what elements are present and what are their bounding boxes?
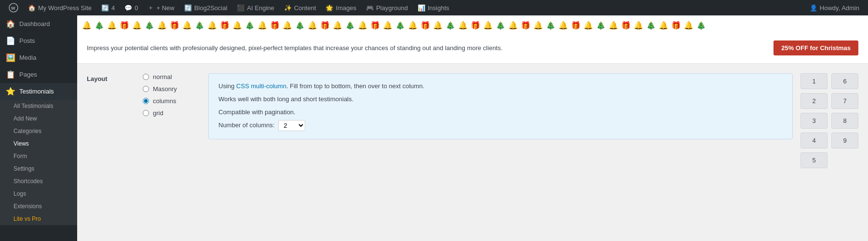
- decoration-icon: 🎁: [220, 21, 230, 30]
- col-num-7[interactable]: 7: [831, 93, 858, 109]
- christmas-banner: 🔔 🎄 🔔 🎁 🔔 🎄 🔔 🎁 🔔 🎄 🔔 🎁 🔔 🎄 🔔 🎁 🔔 🎄 🔔: [77, 15, 868, 64]
- col-num-6[interactable]: 6: [831, 73, 858, 89]
- submenu-settings[interactable]: Settings: [0, 162, 77, 175]
- sidebar-item-testimonials[interactable]: ⭐ Testimonials: [0, 83, 77, 100]
- decoration-icon: 🔔: [383, 21, 393, 30]
- updates-button[interactable]: 🔄 4: [96, 0, 120, 15]
- description-line2: Works well with both long and short test…: [218, 94, 783, 105]
- decoration-icon: 🎁: [320, 21, 330, 30]
- radio-grid-input[interactable]: [143, 110, 149, 116]
- sidebar: 🏠 Dashboard 📄 Posts 🖼️ Media 📋 Pages ⭐ T…: [0, 15, 77, 241]
- submenu-add-new[interactable]: Add New: [0, 112, 77, 125]
- radio-columns-input[interactable]: [143, 98, 149, 104]
- css-multicolumn-link[interactable]: CSS multi-column: [236, 82, 286, 90]
- wordpress-icon: W: [9, 3, 18, 13]
- updates-icon: 🔄: [101, 4, 109, 12]
- submenu-logs[interactable]: Logs: [0, 187, 77, 200]
- comments-icon: 💬: [124, 4, 132, 12]
- sidebar-item-posts[interactable]: 📄 Posts: [0, 32, 77, 49]
- decoration-icon: 🔔: [483, 21, 493, 30]
- posts-icon: 📄: [6, 36, 15, 45]
- wp-wrapper: 🏠 Dashboard 📄 Posts 🖼️ Media 📋 Pages ⭐ T…: [0, 15, 868, 241]
- submenu-views[interactable]: Views: [0, 137, 77, 150]
- columns-select[interactable]: 1 2 3 4 5 6: [278, 120, 305, 131]
- blog2social-icon: 🔄: [184, 4, 192, 12]
- ai-engine-button[interactable]: ⬛ AI Engine: [232, 0, 279, 15]
- decoration-icon: 🔔: [408, 21, 418, 30]
- col-num-1[interactable]: 1: [800, 73, 827, 89]
- radio-grid[interactable]: grid: [143, 109, 201, 117]
- radio-normal-input[interactable]: [143, 74, 149, 80]
- content-icon: ✨: [284, 4, 292, 12]
- playground-icon: 🎮: [366, 4, 374, 12]
- submenu-shortcodes[interactable]: Shortcodes: [0, 175, 77, 187]
- col-num-4[interactable]: 4: [800, 133, 827, 148]
- decoration-icon: 🔔: [207, 21, 217, 30]
- submenu-extensions[interactable]: Extensions: [0, 200, 77, 213]
- decoration-icon: 🎄: [596, 21, 606, 30]
- content-button[interactable]: ✨ Content: [279, 0, 321, 15]
- decoration-icon: 🎁: [170, 21, 179, 30]
- description-line1: Using CSS multi-column. Fill from top to…: [218, 81, 783, 92]
- decoration-icon: 🎄: [496, 21, 505, 30]
- site-name[interactable]: 🏠 My WordPress Site: [23, 0, 96, 15]
- decoration-icon: 🎄: [195, 21, 204, 30]
- insights-button[interactable]: 📊 Insights: [413, 0, 454, 15]
- radio-masonry[interactable]: Masonry: [143, 85, 201, 93]
- layout-section: Layout normal Masonry columns: [77, 64, 868, 178]
- svg-text:W: W: [11, 6, 15, 11]
- decoration-icon: 🎄: [245, 21, 255, 30]
- decoration-icon: 🔔: [157, 21, 167, 30]
- radio-masonry-input[interactable]: [143, 86, 149, 92]
- decoration-icon: 🎄: [446, 21, 455, 30]
- decoration-icon: 🎁: [671, 21, 681, 30]
- pages-icon: 📋: [6, 70, 15, 79]
- plus-icon: ＋: [148, 3, 154, 12]
- submenu-lite-vs-pro[interactable]: Lite vs Pro: [0, 213, 77, 225]
- sidebar-item-dashboard[interactable]: 🏠 Dashboard: [0, 15, 77, 32]
- testimonials-submenu: All Testimonials Add New Categories View…: [0, 100, 77, 225]
- media-icon: 🖼️: [6, 53, 15, 62]
- playground-button[interactable]: 🎮 Playground: [361, 0, 413, 15]
- insights-icon: 📊: [418, 4, 425, 12]
- layout-options: normal Masonry columns grid: [143, 73, 201, 117]
- submenu-categories[interactable]: Categories: [0, 125, 77, 137]
- radio-normal[interactable]: normal: [143, 73, 201, 80]
- dashboard-icon: 🏠: [6, 19, 15, 28]
- sidebar-item-media[interactable]: 🖼️ Media: [0, 49, 77, 66]
- adminbar-right: 👤 Howdy, Admin: [805, 0, 864, 15]
- decoration-icon: 🔔: [583, 21, 593, 30]
- decoration-icon: 🔔: [107, 21, 117, 30]
- decoration-icon: 🎄: [395, 21, 405, 30]
- blog2social-button[interactable]: 🔄 Blog2Social: [179, 0, 232, 15]
- col-num-9[interactable]: 9: [831, 133, 858, 148]
- radio-columns[interactable]: columns: [143, 97, 201, 105]
- decoration-icon: 🔔: [132, 21, 142, 30]
- site-icon: 🏠: [28, 4, 36, 12]
- banner-description: Impress your potential clients with prof…: [87, 44, 764, 52]
- decoration-icon: 🎁: [270, 21, 280, 30]
- column-numbers-grid: 1 6 2 7 3 8 4 9 5: [800, 73, 858, 168]
- layout-section-title: Layout: [87, 75, 108, 82]
- submenu-form[interactable]: Form: [0, 150, 77, 162]
- decoration-icon: 🔔: [358, 21, 367, 30]
- new-content-button[interactable]: ＋ + New: [143, 0, 179, 15]
- christmas-cta-button[interactable]: 25% OFF for Christmas: [773, 40, 858, 55]
- col-num-3[interactable]: 3: [800, 113, 827, 129]
- col-num-empty: [831, 152, 858, 168]
- images-button[interactable]: 🌟 Images: [321, 0, 361, 15]
- submenu-all-testimonials[interactable]: All Testimonials: [0, 100, 77, 112]
- sidebar-item-pages[interactable]: 📋 Pages: [0, 66, 77, 83]
- user-menu[interactable]: 👤 Howdy, Admin: [805, 0, 864, 15]
- user-avatar: 👤: [810, 4, 817, 12]
- col-num-8[interactable]: 8: [831, 113, 858, 129]
- wp-logo[interactable]: W: [4, 0, 23, 15]
- col-num-5[interactable]: 5: [800, 152, 827, 168]
- decoration-icon: 🔔: [82, 21, 92, 30]
- decoration-icon: 🎁: [521, 21, 530, 30]
- decoration-icon: 🔔: [232, 21, 242, 30]
- comments-button[interactable]: 💬 0: [120, 0, 143, 15]
- decoration-icon: 🎄: [95, 21, 104, 30]
- col-num-2[interactable]: 2: [800, 93, 827, 109]
- decoration-icon: 🔔: [433, 21, 443, 30]
